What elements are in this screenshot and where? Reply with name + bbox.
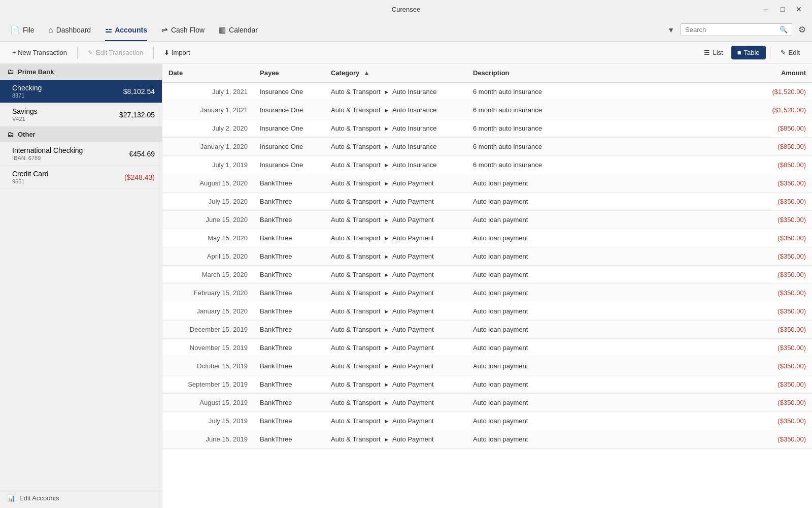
cell-date: July 15, 2020 bbox=[162, 193, 254, 211]
prime-bank-label: Prime Bank bbox=[18, 68, 54, 76]
table-row[interactable]: July 15, 2020 BankThree Auto & Transport… bbox=[162, 193, 812, 211]
checking-balance: $8,102.54 bbox=[123, 87, 155, 96]
cell-date: January 1, 2020 bbox=[162, 138, 254, 156]
category-arrow-icon: ► bbox=[384, 436, 389, 442]
table-row[interactable]: February 15, 2020 BankThree Auto & Trans… bbox=[162, 284, 812, 302]
cell-payee: BankThree bbox=[254, 357, 325, 375]
category-arrow-icon: ► bbox=[384, 162, 389, 168]
edit-button[interactable]: ✎ Edit bbox=[774, 46, 806, 59]
cell-date: June 15, 2020 bbox=[162, 211, 254, 229]
menu-calendar[interactable]: ▦ Calendar bbox=[213, 22, 264, 38]
cell-description: Auto loan payment bbox=[467, 229, 736, 247]
table-row[interactable]: July 1, 2019 Insurance One Auto & Transp… bbox=[162, 156, 812, 174]
maximize-button[interactable]: □ bbox=[775, 2, 790, 16]
cell-description: Auto loan payment bbox=[467, 284, 736, 302]
edit-transaction-button[interactable]: ✎ Edit Transaction bbox=[82, 46, 149, 59]
cell-description: Auto loan payment bbox=[467, 193, 736, 211]
cell-category: Auto & Transport ► Auto Payment bbox=[325, 193, 467, 211]
prime-bank-header: 🗂 Prime Bank bbox=[0, 64, 162, 80]
account-credit-card[interactable]: Credit Card 9551 ($248.43) bbox=[0, 166, 162, 189]
cashflow-icon: ⇌ bbox=[161, 25, 168, 35]
table-row[interactable]: May 15, 2020 BankThree Auto & Transport … bbox=[162, 229, 812, 247]
toolbar-separator-2 bbox=[153, 47, 154, 59]
calendar-icon: ▦ bbox=[219, 25, 226, 35]
table-row[interactable]: January 1, 2020 Insurance One Auto & Tra… bbox=[162, 138, 812, 156]
category-arrow-icon: ► bbox=[384, 89, 389, 95]
list-label: List bbox=[713, 49, 723, 56]
table-row[interactable]: November 15, 2019 BankThree Auto & Trans… bbox=[162, 339, 812, 357]
category-arrow-icon: ► bbox=[384, 290, 389, 296]
table-row[interactable]: October 15, 2019 BankThree Auto & Transp… bbox=[162, 357, 812, 375]
cell-payee: BankThree bbox=[254, 284, 325, 302]
table-row[interactable]: June 15, 2019 BankThree Auto & Transport… bbox=[162, 430, 812, 449]
toolbar-right: ☰ List ■ Table ✎ Edit bbox=[698, 46, 806, 59]
new-transaction-button[interactable]: + New Transaction bbox=[6, 46, 73, 59]
cell-category: Auto & Transport ► Auto Insurance bbox=[325, 82, 467, 101]
col-description[interactable]: Description bbox=[467, 64, 736, 82]
cell-date: September 15, 2019 bbox=[162, 375, 254, 394]
col-description-label: Description bbox=[473, 69, 510, 77]
table-row[interactable]: June 15, 2020 BankThree Auto & Transport… bbox=[162, 211, 812, 229]
cell-category: Auto & Transport ► Auto Payment bbox=[325, 412, 467, 430]
cell-amount: ($850.00) bbox=[736, 138, 812, 156]
cell-payee: BankThree bbox=[254, 266, 325, 284]
cell-date: May 15, 2020 bbox=[162, 229, 254, 247]
transactions-table-container[interactable]: Date Payee Category ▲ Description bbox=[162, 64, 812, 508]
table-row[interactable]: July 1, 2021 Insurance One Auto & Transp… bbox=[162, 82, 812, 101]
cell-amount: ($350.00) bbox=[736, 229, 812, 247]
folder-icon: 🗂 bbox=[7, 68, 14, 76]
sidebar: 🗂 Prime Bank Checking 8371 $8,102.54 Sav… bbox=[0, 64, 162, 508]
menu-file-label: File bbox=[23, 26, 35, 34]
table-row[interactable]: January 1, 2021 Insurance One Auto & Tra… bbox=[162, 101, 812, 119]
account-checking[interactable]: Checking 8371 $8,102.54 bbox=[0, 80, 162, 103]
menu-cashflow[interactable]: ⇌ Cash Flow bbox=[155, 22, 211, 38]
cell-category: Auto & Transport ► Auto Payment bbox=[325, 357, 467, 375]
savings-subtext: V421 bbox=[12, 116, 38, 122]
cell-description: Auto loan payment bbox=[467, 302, 736, 321]
cell-amount: ($850.00) bbox=[736, 156, 812, 174]
chevron-button[interactable]: ▼ bbox=[665, 24, 676, 36]
col-date[interactable]: Date bbox=[162, 64, 254, 82]
import-button[interactable]: ⬇ Import bbox=[158, 46, 196, 59]
table-row[interactable]: July 15, 2019 BankThree Auto & Transport… bbox=[162, 412, 812, 430]
table-row[interactable]: August 15, 2020 BankThree Auto & Transpo… bbox=[162, 174, 812, 193]
menu-accounts[interactable]: ⚍ Accounts bbox=[99, 22, 153, 38]
cell-description: Auto loan payment bbox=[467, 375, 736, 394]
table-row[interactable]: March 15, 2020 BankThree Auto & Transpor… bbox=[162, 266, 812, 284]
settings-button[interactable]: ⚙ bbox=[796, 22, 808, 37]
table-row[interactable]: August 15, 2019 BankThree Auto & Transpo… bbox=[162, 394, 812, 412]
cell-payee: BankThree bbox=[254, 430, 325, 449]
menu-file[interactable]: 📄 File bbox=[4, 22, 41, 38]
cell-description: Auto loan payment bbox=[467, 247, 736, 266]
cell-amount: ($350.00) bbox=[736, 247, 812, 266]
cell-category: Auto & Transport ► Auto Payment bbox=[325, 375, 467, 394]
close-button[interactable]: ✕ bbox=[792, 2, 806, 16]
search-box: 🔍 bbox=[681, 23, 792, 36]
col-payee[interactable]: Payee bbox=[254, 64, 325, 82]
edit-transaction-label: Edit Transaction bbox=[96, 49, 143, 56]
cell-amount: ($1,520.00) bbox=[736, 82, 812, 101]
col-amount[interactable]: Amount bbox=[736, 64, 812, 82]
account-savings[interactable]: Savings V421 $27,132.05 bbox=[0, 103, 162, 126]
minimize-button[interactable]: – bbox=[759, 2, 773, 16]
window-controls: – □ ✕ bbox=[759, 2, 806, 16]
cell-payee: BankThree bbox=[254, 302, 325, 321]
cell-description: Auto loan payment bbox=[467, 321, 736, 339]
col-category[interactable]: Category ▲ bbox=[325, 64, 467, 82]
category-arrow-icon: ► bbox=[384, 125, 389, 132]
table-row[interactable]: December 15, 2019 BankThree Auto & Trans… bbox=[162, 321, 812, 339]
table-row[interactable]: April 15, 2020 BankThree Auto & Transpor… bbox=[162, 247, 812, 266]
toolbar: + New Transaction ✎ Edit Transaction ⬇ I… bbox=[0, 42, 812, 64]
table-row[interactable]: September 15, 2019 BankThree Auto & Tran… bbox=[162, 375, 812, 394]
account-intl-checking[interactable]: International Checking IBAN: 6789 €454.6… bbox=[0, 142, 162, 166]
table-view-button[interactable]: ■ Table bbox=[731, 46, 766, 59]
category-arrow-icon: ► bbox=[384, 107, 389, 113]
list-view-button[interactable]: ☰ List bbox=[698, 46, 729, 59]
menu-dashboard[interactable]: ⌂ Dashboard bbox=[43, 22, 97, 37]
table-row[interactable]: July 2, 2020 Insurance One Auto & Transp… bbox=[162, 119, 812, 138]
cell-date: July 1, 2021 bbox=[162, 82, 254, 101]
edit-accounts-button[interactable]: 📊 Edit Accounts bbox=[0, 488, 162, 508]
accounts-icon: ⚍ bbox=[105, 25, 112, 35]
table-row[interactable]: January 15, 2020 BankThree Auto & Transp… bbox=[162, 302, 812, 321]
search-input[interactable] bbox=[685, 26, 776, 34]
